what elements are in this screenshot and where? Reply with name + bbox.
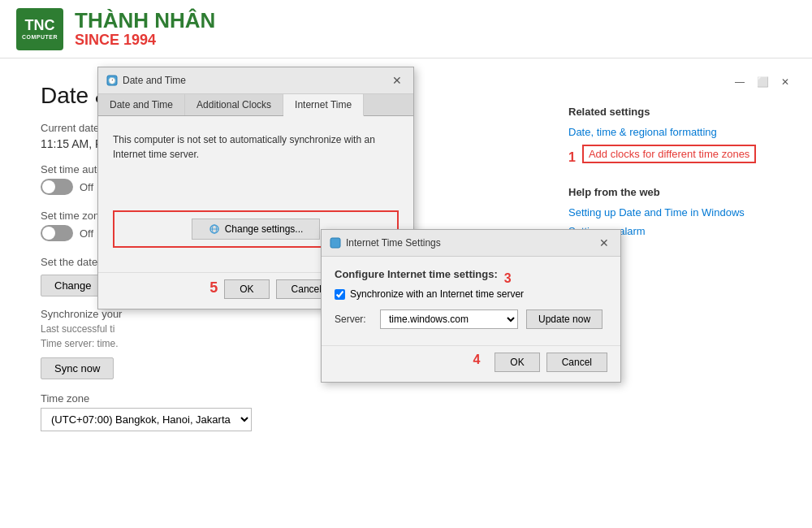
toggle-track-2[interactable] bbox=[41, 225, 73, 241]
related-settings-title: Related settings bbox=[568, 106, 796, 118]
globe-small-icon bbox=[209, 223, 220, 235]
logo-brand: THÀNH NHÂN bbox=[75, 9, 215, 32]
inet-cancel-button[interactable]: Cancel bbox=[546, 353, 607, 372]
clock-icon: 🕐 bbox=[106, 75, 118, 86]
toggle-thumb-1 bbox=[42, 180, 55, 193]
setting-up-datetime-link[interactable]: Setting up Date and Time in Windows bbox=[568, 206, 796, 219]
timezone-section: Time zone (UTC+07:00) Bangkok, Hanoi, Ja… bbox=[41, 392, 528, 431]
timezone-label: Time zone bbox=[41, 392, 528, 405]
main-area: Date & time Current date 11:15 AM, Febru… bbox=[0, 58, 812, 528]
inet-dialog-title: Internet Time Settings bbox=[330, 237, 441, 249]
toggle-timezone-auto[interactable]: Off bbox=[41, 225, 93, 241]
badge-4: 4 bbox=[473, 353, 480, 372]
tab-internet-time[interactable]: Internet Time bbox=[283, 94, 364, 116]
inet-ok-button[interactable]: OK bbox=[495, 353, 539, 372]
minimize-button[interactable]: — bbox=[732, 75, 747, 89]
help-title: Help from the web bbox=[568, 186, 796, 198]
toggle-time-auto[interactable]: Off bbox=[41, 179, 93, 195]
add-clocks-link[interactable]: Add clocks for different time zones bbox=[582, 145, 756, 163]
inet-checkbox-row: Synchronize with an Internet time server bbox=[335, 288, 607, 300]
inet-dialog-close-button[interactable]: ✕ bbox=[596, 235, 612, 251]
dialog-title: 🕐 Date and Time bbox=[106, 75, 186, 86]
toggle-track-1[interactable] bbox=[41, 179, 73, 195]
svg-text:🕐: 🕐 bbox=[108, 76, 116, 84]
svg-rect-5 bbox=[330, 238, 340, 248]
badge-5: 5 bbox=[209, 279, 218, 299]
tab-date-time[interactable]: Date and Time bbox=[98, 94, 185, 115]
dialog-ok-button[interactable]: OK bbox=[224, 279, 269, 299]
sync-checkbox-label: Synchronize with an Internet time server bbox=[350, 288, 524, 300]
logo-tnc: TNC bbox=[25, 17, 55, 35]
inet-clock-icon bbox=[330, 237, 341, 249]
date-time-formatting-link[interactable]: Date, time & regional formatting bbox=[568, 126, 796, 138]
badge-3: 3 bbox=[504, 271, 512, 286]
toggle-label-2: Off bbox=[80, 227, 93, 240]
badge-1: 1 bbox=[568, 150, 576, 165]
inet-config-title: Configure Internet time settings: bbox=[335, 268, 498, 280]
tab-additional-clocks[interactable]: Additional Clocks bbox=[185, 94, 283, 115]
inet-footer: 4 OK Cancel bbox=[322, 345, 620, 382]
inet-server-select[interactable]: time.windows.com bbox=[380, 309, 518, 329]
close-button[interactable]: ✕ bbox=[778, 75, 793, 89]
dialog-titlebar: 🕐 Date and Time ✕ bbox=[98, 67, 413, 94]
timezone-select[interactable]: (UTC+07:00) Bangkok, Hanoi, Jakarta bbox=[41, 408, 252, 431]
change-button[interactable]: Change bbox=[41, 275, 106, 296]
inet-server-row: Server: time.windows.com Update now bbox=[335, 309, 607, 329]
toggle-label-1: Off bbox=[80, 181, 93, 193]
dialog-tabs: Date and Time Additional Clocks Internet… bbox=[98, 94, 413, 116]
logo-since: SINCE 1994 bbox=[75, 32, 215, 49]
inet-server-label: Server: bbox=[335, 314, 372, 325]
inet-titlebar: Internet Time Settings ✕ bbox=[322, 230, 620, 257]
inet-body: Configure Internet time settings: 3 Sync… bbox=[322, 257, 620, 345]
window-controls: — ⬜ ✕ bbox=[568, 75, 796, 89]
dialog-close-button[interactable]: ✕ bbox=[389, 72, 405, 89]
maximize-button[interactable]: ⬜ bbox=[755, 75, 770, 89]
update-now-button[interactable]: Update now bbox=[526, 309, 603, 329]
dialog-info-text: This computer is not set to automaticall… bbox=[113, 132, 399, 162]
header: TNC COMPUTER THÀNH NHÂN SINCE 1994 bbox=[0, 0, 812, 58]
sync-checkbox[interactable] bbox=[335, 289, 345, 300]
logo-text-group: THÀNH NHÂN SINCE 1994 bbox=[75, 9, 215, 50]
right-panel: — ⬜ ✕ Related settings Date, time & regi… bbox=[552, 58, 812, 528]
logo-computer: COMPUTER bbox=[22, 34, 58, 41]
change-settings-button[interactable]: Change settings... bbox=[192, 219, 321, 240]
sync-now-button[interactable]: Sync now bbox=[41, 357, 114, 379]
logo-box: TNC COMPUTER bbox=[16, 8, 63, 50]
toggle-thumb-2 bbox=[42, 227, 55, 240]
dialog-inet: Internet Time Settings ✕ Configure Inter… bbox=[321, 229, 621, 383]
